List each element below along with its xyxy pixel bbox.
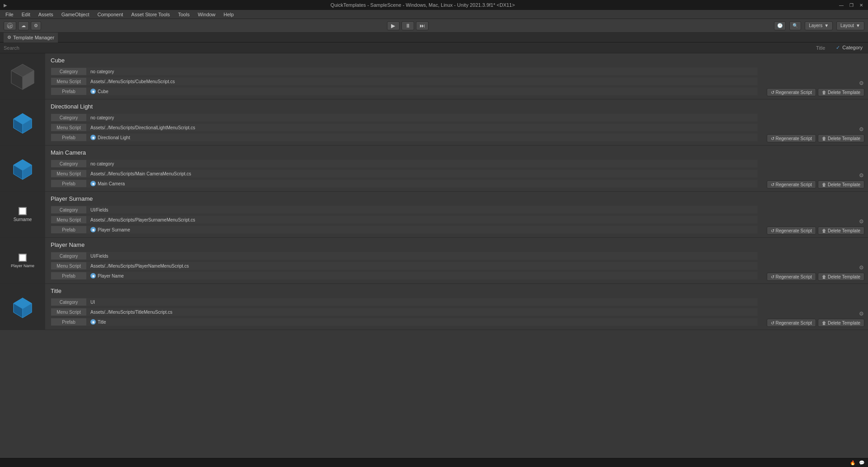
label-menuscript-dl: Menu Script xyxy=(51,123,87,132)
label-prefab-ps: Prefab xyxy=(51,226,87,234)
regenerate-script-pn[interactable]: ↺ Regenerate Script xyxy=(767,273,816,281)
template-item-main-camera: Main Camera Category no category Menu Sc… xyxy=(0,146,868,192)
field-row-category-t: Category UI xyxy=(51,298,758,306)
action-buttons-cube: ↺ Regenerate Script 🗑 Delete Template xyxy=(767,88,864,96)
status-icon-fire: 🔥 xyxy=(850,460,855,465)
cloud-button[interactable]: ☁ xyxy=(18,21,29,30)
value-category-dl: no category xyxy=(87,113,758,122)
prefab-icon-dl: ◉ xyxy=(90,135,96,140)
label-category-mc: Category xyxy=(51,160,87,168)
minimize-button[interactable]: — xyxy=(838,2,844,8)
gear-button-mc[interactable]: ⚙ xyxy=(858,172,864,179)
value-category-ps: UI/Fields xyxy=(87,206,758,214)
thumbnail-player-surname: Surname xyxy=(0,192,45,237)
menu-file[interactable]: File xyxy=(2,11,17,18)
account-button[interactable]: LC xyxy=(4,21,16,30)
pause-button[interactable]: ⏸ xyxy=(401,21,414,30)
play-button[interactable]: ▶ xyxy=(387,21,400,30)
restore-button[interactable]: ❐ xyxy=(848,2,854,8)
checkbox-thumbnail: Surname xyxy=(14,207,32,222)
main-content: Title ✓ Category Cube Category n xyxy=(0,42,868,467)
gear-button-t[interactable]: ⚙ xyxy=(858,311,864,317)
step-button[interactable]: ⏭ xyxy=(416,21,429,30)
label-menuscript-ps: Menu Script xyxy=(51,216,87,224)
value-prefab-pn: ◉Player Name xyxy=(87,272,758,280)
label-prefab: Prefab xyxy=(51,87,87,95)
menu-window[interactable]: Window xyxy=(194,11,219,18)
layers-dropdown[interactable]: Layers ▼ xyxy=(805,21,833,30)
gear-button-dl[interactable]: ⚙ xyxy=(858,126,864,132)
template-item-player-name: Player Name Player Name Category UI/Fiel… xyxy=(0,238,868,284)
gear-button-pn[interactable]: ⚙ xyxy=(858,264,864,271)
search-button[interactable]: 🔍 xyxy=(789,21,801,30)
delete-template-mc[interactable]: 🗑 Delete Template xyxy=(818,180,864,189)
template-body-title: Title Category UI Menu Script Assets/../… xyxy=(45,284,763,330)
layers-label: Layers xyxy=(809,23,822,28)
sort-by-category[interactable]: ✓ Category xyxy=(834,44,864,52)
template-name-directional-light: Directional Light xyxy=(51,103,758,110)
value-menuscript-cube: Assets/../MenuScripts/CubeMenuScript.cs xyxy=(87,77,758,85)
label-menuscript: Menu Script xyxy=(51,77,87,85)
template-body-directional-light: Directional Light Category no category M… xyxy=(45,99,763,145)
label-prefab-mc: Prefab xyxy=(51,179,87,188)
toolbar-right: 🕐 🔍 Layers ▼ Layout ▼ xyxy=(774,21,864,30)
label-category: Category xyxy=(51,67,87,75)
delete-template-pn[interactable]: 🗑 Delete Template xyxy=(818,273,864,281)
field-row-prefab-ps: Prefab ◉Player Surname xyxy=(51,226,758,234)
value-prefab-mc: ◉Main Camera xyxy=(87,179,758,188)
status-bar: 🔥 💬 xyxy=(0,458,868,467)
gear-button-ps[interactable]: ⚙ xyxy=(858,218,864,225)
toolbar: LC ☁ ⚙ ▶ ⏸ ⏭ 🕐 🔍 Layers ▼ Layout ▼ xyxy=(0,19,868,33)
regenerate-script-dl[interactable]: ↺ Regenerate Script xyxy=(767,134,816,142)
label-category-ps: Category xyxy=(51,206,87,214)
action-buttons-t: ↺ Regenerate Script 🗑 Delete Template xyxy=(767,319,864,327)
menu-tools[interactable]: Tools xyxy=(175,11,193,18)
regenerate-script-mc[interactable]: ↺ Regenerate Script xyxy=(767,180,816,189)
tab-template-manager[interactable]: ⚙ Template Manager xyxy=(4,33,58,42)
search-input-area xyxy=(4,45,814,51)
gear-button-cube[interactable]: ⚙ xyxy=(858,80,864,86)
thumbnail-player-name: Player Name xyxy=(0,238,45,283)
menu-help[interactable]: Help xyxy=(220,11,238,18)
sort-check-icon: ✓ xyxy=(836,45,840,50)
name-label-thumbnail: Player Name xyxy=(11,254,34,268)
template-name-player-name: Player Name xyxy=(51,241,758,248)
menu-gameobject[interactable]: GameObject xyxy=(58,11,93,18)
thumbnail-title xyxy=(0,284,45,330)
search-bar: Title ✓ Category xyxy=(0,42,868,53)
thumbnail-main-camera xyxy=(0,146,45,191)
close-button[interactable]: ✕ xyxy=(858,2,864,8)
template-name-player-surname: Player Surname xyxy=(51,195,758,202)
menu-edit[interactable]: Edit xyxy=(18,11,34,18)
value-category-t: UI xyxy=(87,298,758,306)
svg-text:LC: LC xyxy=(8,24,12,28)
regenerate-script-cube[interactable]: ↺ Regenerate Script xyxy=(767,88,816,96)
search-input[interactable] xyxy=(4,45,94,51)
collab-button[interactable]: ⚙ xyxy=(31,21,41,30)
field-row-category-pn: Category UI/Fields xyxy=(51,252,758,260)
value-prefab-ps: ◉Player Surname xyxy=(87,226,758,234)
actions-cube: ⚙ ↺ Regenerate Script 🗑 Delete Template xyxy=(763,53,868,99)
delete-template-cube[interactable]: 🗑 Delete Template xyxy=(818,88,864,96)
regenerate-script-ps[interactable]: ↺ Regenerate Script xyxy=(767,226,816,235)
field-row-category-dl: Category no category xyxy=(51,113,758,122)
delete-template-ps[interactable]: 🗑 Delete Template xyxy=(818,226,864,235)
delete-template-dl[interactable]: 🗑 Delete Template xyxy=(818,134,864,142)
prefab-icon-t: ◉ xyxy=(90,319,96,325)
window-title: QuickTemplates - SampleScene - Windows, … xyxy=(7,2,838,8)
regenerate-script-t[interactable]: ↺ Regenerate Script xyxy=(767,319,816,327)
layout-dropdown[interactable]: Layout ▼ xyxy=(836,21,864,30)
menu-assetstoretools[interactable]: Asset Store Tools xyxy=(127,11,173,18)
field-row-prefab-dl: Prefab ◉Directional Light xyxy=(51,133,758,142)
sort-by-title[interactable]: Title xyxy=(814,44,827,52)
field-row-prefab-pn: Prefab ◉Player Name xyxy=(51,272,758,280)
prefab-icon: ◉ xyxy=(90,89,96,94)
menu-assets[interactable]: Assets xyxy=(35,11,57,18)
template-name-title: Title xyxy=(51,288,758,294)
template-name-main-camera: Main Camera xyxy=(51,149,758,156)
delete-template-t[interactable]: 🗑 Delete Template xyxy=(818,319,864,327)
menu-component[interactable]: Component xyxy=(94,11,127,18)
value-category-pn: UI/Fields xyxy=(87,252,758,260)
template-item-directional-light: Directional Light Category no category M… xyxy=(0,99,868,146)
history-button[interactable]: 🕐 xyxy=(774,21,786,30)
